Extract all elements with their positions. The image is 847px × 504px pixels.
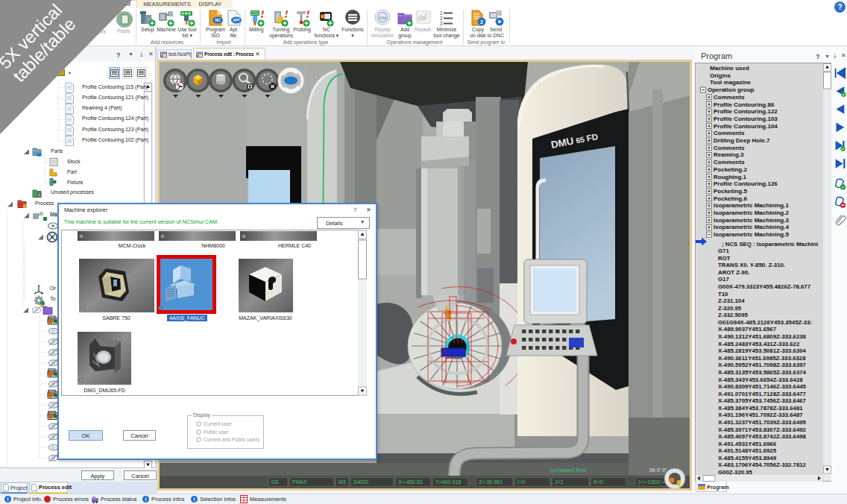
svg-text:GM: GM (379, 16, 386, 20)
svg-text:DMG_DMU65-FD: DMG_DMU65-FD (84, 388, 125, 394)
svg-text:K=0: K=0 (593, 479, 603, 485)
svg-text:S4000: S4000 (353, 479, 368, 485)
svg-text:(=> G500 <=: (=> G500 <= (638, 479, 668, 485)
svg-text:0h 0' 0": 0h 0' 0" (649, 467, 667, 473)
svg-text:G0: G0 (271, 479, 278, 485)
svg-text:J=1: J=1 (555, 479, 564, 485)
svg-text:MCM-Clock: MCM-Clock (119, 243, 146, 248)
svg-text:2: 2 (480, 19, 483, 25)
svg-text:4AXIS_FANUC: 4AXIS_FANUC (169, 315, 204, 321)
svg-text:Z=-90.961: Z=-90.961 (479, 479, 503, 485)
svg-text:X=-450.63: X=-450.63 (398, 479, 423, 485)
svg-text:1: 1 (440, 10, 443, 16)
svg-text:NC: NC (215, 18, 221, 22)
svg-text:M3: M3 (339, 479, 346, 485)
svg-text:SABRE 750: SABRE 750 (102, 315, 130, 321)
svg-text:FMAX: FMAX (292, 479, 307, 485)
svg-text:2: 2 (440, 16, 443, 21)
svg-text:I=0: I=0 (517, 479, 525, 485)
svg-text:Cumulated time: Cumulated time (550, 467, 586, 473)
svg-text:MAZAK_VARIAXIS630: MAZAK_VARIAXIS630 (239, 315, 292, 321)
svg-text:APT: APT (233, 19, 239, 22)
svg-text:NHM8000: NHM8000 (201, 243, 225, 248)
svg-text:3: 3 (440, 21, 443, 26)
svg-text:HERMLE C40: HERMLE C40 (278, 243, 311, 248)
svg-text:Y=400.918: Y=400.918 (435, 479, 461, 485)
